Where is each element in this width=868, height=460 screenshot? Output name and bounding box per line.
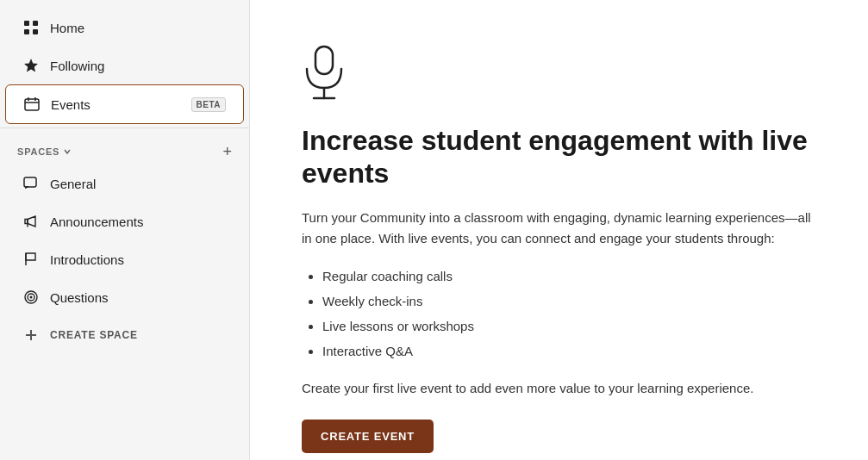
svg-marker-4: [24, 59, 38, 72]
beta-badge: BETA: [191, 97, 226, 112]
chat-icon: [22, 175, 40, 192]
nav-following-label: Following: [50, 59, 104, 73]
svg-rect-9: [24, 177, 36, 187]
svg-point-13: [30, 296, 33, 299]
list-item: Live lessons or workshops: [322, 314, 816, 338]
nav-item-following[interactable]: Following: [5, 47, 244, 84]
sidebar-item-questions[interactable]: Questions: [5, 278, 244, 316]
signal-icon: [22, 289, 40, 306]
svg-rect-3: [33, 29, 38, 34]
create-event-button[interactable]: CREATE EVENT: [302, 420, 434, 453]
svg-rect-16: [315, 47, 333, 74]
sidebar-item-general[interactable]: General: [5, 165, 244, 202]
divider: [0, 127, 249, 128]
create-space-item[interactable]: CREATE SPACE: [5, 316, 244, 354]
svg-rect-2: [24, 29, 29, 34]
sidebar: Home Following Events BETA SPACES: [0, 0, 250, 460]
nav-item-home[interactable]: Home: [5, 9, 244, 47]
create-space-label: CREATE SPACE: [50, 329, 138, 341]
cta-text: Create your first live event to add even…: [302, 378, 816, 399]
sidebar-announcements-label: Announcements: [50, 214, 143, 229]
sidebar-questions-label: Questions: [50, 290, 109, 305]
spaces-header: SPACES +: [0, 132, 249, 165]
sidebar-item-introductions[interactable]: Introductions: [5, 240, 244, 278]
content-area: Increase student engagement with live ev…: [302, 43, 816, 453]
svg-rect-5: [25, 99, 39, 110]
plus-icon: [22, 326, 40, 344]
add-space-button[interactable]: +: [222, 144, 232, 159]
list-item: Regular coaching calls: [322, 264, 816, 288]
list-item: Weekly check-ins: [322, 289, 816, 313]
nav-home-label: Home: [50, 21, 84, 35]
chevron-down-icon: [63, 147, 72, 156]
svg-rect-1: [33, 21, 38, 26]
page-title: Increase student engagement with live ev…: [302, 124, 816, 190]
sidebar-introductions-label: Introductions: [50, 252, 124, 267]
svg-rect-0: [24, 21, 29, 26]
calendar-icon: [23, 96, 41, 113]
megaphone-icon: [22, 213, 40, 230]
sidebar-item-announcements[interactable]: Announcements: [5, 202, 244, 240]
grid-icon: [22, 19, 40, 36]
spaces-label: SPACES: [17, 146, 72, 157]
flag-icon: [22, 251, 40, 268]
nav-events-label: Events: [51, 97, 91, 112]
mic-icon: [302, 43, 816, 103]
sidebar-general-label: General: [50, 177, 96, 191]
list-item: Interactive Q&A: [322, 339, 816, 363]
nav-item-events[interactable]: Events BETA: [5, 84, 244, 124]
main-content: Increase student engagement with live ev…: [250, 0, 868, 460]
content-description: Turn your Community into a classroom wit…: [302, 208, 816, 249]
feature-list: Regular coaching calls Weekly check-ins …: [322, 264, 816, 363]
star-icon: [22, 57, 40, 74]
